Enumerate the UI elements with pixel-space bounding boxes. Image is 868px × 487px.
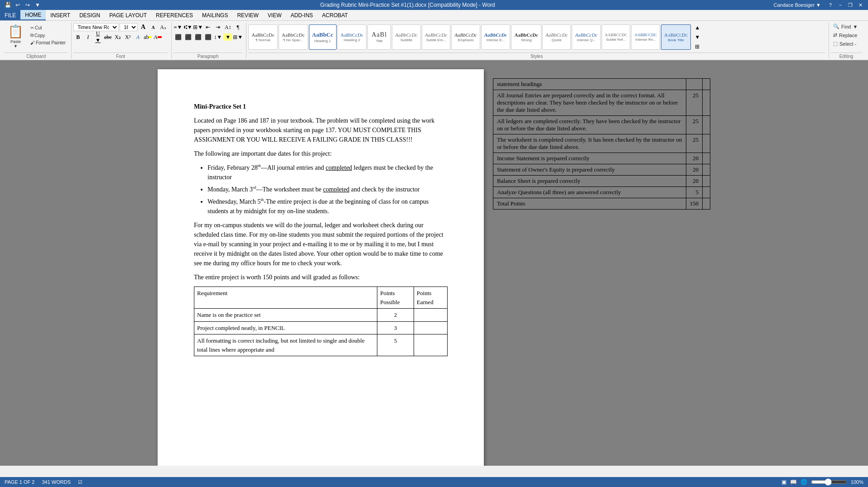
- close-button[interactable]: ✕: [856, 1, 864, 9]
- rubric-pts: 20: [686, 164, 703, 176]
- style-heading2[interactable]: AaBbCcDc Heading 2: [338, 24, 367, 50]
- style-subtitle[interactable]: AaBbCcDc Subtitle: [392, 24, 420, 50]
- style-book-title[interactable]: AaBbCcDc Book Title: [661, 24, 691, 50]
- format-painter-button[interactable]: 🖌Format Painter: [29, 39, 68, 46]
- underline-button[interactable]: U ▼: [93, 33, 102, 42]
- menu-addins[interactable]: ADD-INS: [286, 10, 317, 20]
- borders-button[interactable]: ⊞▼: [233, 33, 242, 42]
- menu-review[interactable]: REVIEW: [232, 10, 263, 20]
- bullets-button[interactable]: ≡▼: [174, 23, 183, 32]
- copy-button[interactable]: ⧉Copy: [29, 32, 68, 39]
- shrink-font-button[interactable]: A: [149, 23, 158, 32]
- font-size-selector[interactable]: 16: [120, 23, 138, 31]
- select-button[interactable]: ⬚ Select -: [831, 40, 860, 48]
- document-page: Mini-Practice Set 1 Located on Page 186 …: [158, 69, 484, 466]
- menu-references[interactable]: REFERENCES: [151, 10, 198, 20]
- menu-home[interactable]: HOME: [20, 10, 46, 20]
- paste-button[interactable]: 📋 Paste ▼: [5, 23, 27, 50]
- rubric-earned: [703, 90, 710, 116]
- menu-mailings[interactable]: MAILINGS: [198, 10, 232, 20]
- style-normal[interactable]: AaBbCcDc ¶ Normal: [248, 24, 278, 50]
- select-label: Select -: [839, 41, 856, 47]
- style-subtle-ref[interactable]: AaBbCcDc Subtle Ref...: [602, 24, 631, 50]
- strikethrough-button[interactable]: abc: [103, 33, 112, 42]
- italic-button[interactable]: I: [83, 33, 92, 42]
- replace-button[interactable]: ⇄ Replace: [831, 31, 860, 39]
- style-heading1[interactable]: AaBbCc Heading 1: [309, 24, 337, 50]
- style-intense-e[interactable]: AaBbCcDc Intense E...: [481, 24, 511, 50]
- align-right-button[interactable]: ⬛: [193, 33, 203, 42]
- replace-label: Replace: [839, 33, 857, 38]
- superscript-button[interactable]: X²: [123, 33, 132, 42]
- help-button[interactable]: ?: [826, 1, 834, 9]
- align-left-button[interactable]: ⬛: [174, 33, 183, 42]
- rubric-table: statement headings All Journal Entries a…: [493, 78, 710, 210]
- grow-font-button[interactable]: A: [139, 23, 148, 32]
- subscript-button[interactable]: X₂: [113, 33, 122, 42]
- style-title[interactable]: AaBl Title: [367, 24, 391, 50]
- menu-design[interactable]: DESIGN: [75, 10, 105, 20]
- find-icon: 🔍: [833, 24, 839, 29]
- rubric-header-row: statement headings: [493, 79, 710, 90]
- shading-button[interactable]: ▼: [223, 33, 232, 41]
- multilevel-button[interactable]: ⊞▼: [193, 23, 203, 32]
- save-button[interactable]: 💾: [4, 1, 12, 9]
- rubric-earned: [703, 164, 710, 176]
- rubric-earned: [703, 116, 710, 134]
- numbering-button[interactable]: ⑆▼: [183, 23, 193, 32]
- bold-button[interactable]: B: [73, 33, 82, 42]
- align-center-button[interactable]: ⬛: [183, 33, 193, 42]
- style-emphasis[interactable]: AaBbCcDc Emphasis: [451, 24, 480, 50]
- clear-format-button[interactable]: Aₓ: [159, 23, 168, 32]
- sort-button[interactable]: A↕: [223, 23, 232, 32]
- rubric-panel: statement headings All Journal Entries a…: [493, 69, 710, 457]
- rubric-desc: Analyze Questions (all three) are answer…: [493, 187, 686, 198]
- rubric-header-pts: [686, 79, 703, 90]
- style-quote[interactable]: AaBbCcDc Quote: [542, 24, 571, 50]
- table-cell-earned: [414, 309, 447, 322]
- menu-acrobat[interactable]: ACROBAT: [318, 10, 352, 20]
- styles-scroll-down[interactable]: ▼: [693, 33, 702, 42]
- increase-indent-button[interactable]: ⇥: [213, 23, 222, 32]
- highlight-button[interactable]: ab: [143, 33, 152, 42]
- cut-button[interactable]: ✂Cut: [29, 24, 68, 31]
- font-color-button[interactable]: A: [153, 33, 162, 42]
- rubric-header-earned: [703, 79, 710, 90]
- rubric-pts: 25: [686, 116, 703, 134]
- menu-bar: FILE HOME INSERT DESIGN PAGE LAYOUT REFE…: [0, 10, 868, 21]
- find-button[interactable]: 🔍 Find ▼: [831, 23, 860, 30]
- rubric-desc: Statement of Owner's Equity is prepared …: [493, 164, 686, 176]
- show-hide-button[interactable]: ¶: [233, 23, 242, 32]
- style-intense-re[interactable]: AaBbCcDc Intense Re...: [631, 24, 660, 50]
- rubric-desc: Balance Sheet is prepared correctly: [493, 176, 686, 187]
- intro-paragraph[interactable]: Located on Page 186 and 187 in your text…: [194, 116, 448, 144]
- due-dates-list: Friday, February 28th—All journal entrie…: [207, 163, 448, 216]
- menu-insert[interactable]: INSERT: [46, 10, 75, 20]
- rubric-pts: 20: [686, 153, 703, 164]
- menu-page-layout[interactable]: PAGE LAYOUT: [105, 10, 151, 20]
- rubric-desc: Income Statement is prepared correctly: [493, 153, 686, 164]
- style-subtle-em[interactable]: AaBbCcDc Subtle Em...: [422, 24, 450, 50]
- customize-qa-button[interactable]: ▼: [34, 1, 42, 9]
- rubric-row: The worksheet is completed correctly. It…: [493, 134, 710, 153]
- undo-button[interactable]: ↩: [14, 1, 22, 9]
- justify-button[interactable]: ⬛: [203, 33, 212, 42]
- table-row: Name is on the practice set 2: [194, 309, 448, 322]
- select-icon: ⬚: [833, 41, 838, 47]
- style-strong[interactable]: AaBbCcDc Strong: [511, 24, 541, 50]
- styles-group-label: Styles: [248, 53, 825, 59]
- decrease-indent-button[interactable]: ⇤: [203, 23, 212, 32]
- style-intense-q[interactable]: AaBbCcDc Intense Q...: [572, 24, 600, 50]
- menu-view[interactable]: VIEW: [263, 10, 286, 20]
- table-cell-req: Name is on the practice set: [194, 309, 377, 322]
- style-no-space[interactable]: AaBbCcDc ¶ No Spac...: [279, 24, 308, 50]
- restore-button[interactable]: ❐: [846, 1, 854, 9]
- table-cell-pts: 5: [377, 334, 414, 356]
- menu-file[interactable]: FILE: [0, 10, 20, 20]
- minimize-button[interactable]: −: [836, 1, 844, 9]
- styles-more-button[interactable]: ⊞: [693, 42, 702, 51]
- styles-scroll-up[interactable]: ▲: [693, 23, 702, 32]
- line-spacing-button[interactable]: ↕▼: [213, 33, 222, 42]
- redo-button[interactable]: ↪: [24, 1, 32, 9]
- text-effects-button[interactable]: A: [133, 33, 142, 42]
